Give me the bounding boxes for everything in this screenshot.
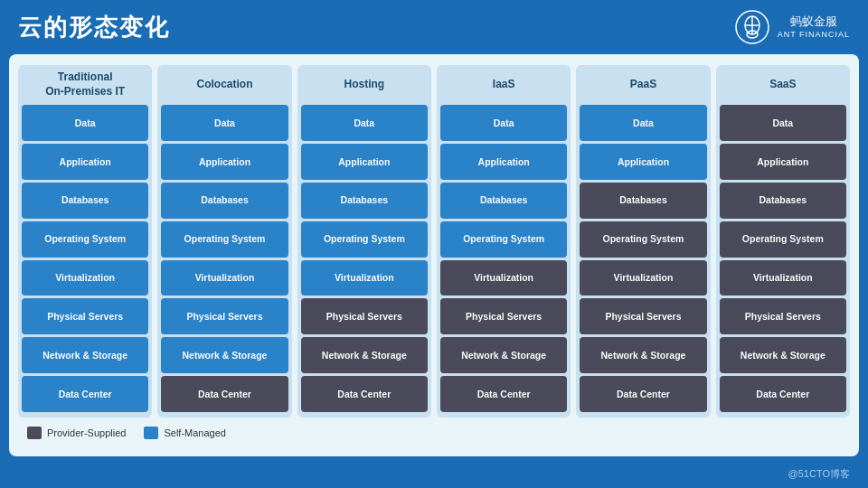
column-2: HostingDataApplicationDatabasesOperating… xyxy=(297,65,431,418)
column-title-4: PaaS xyxy=(580,70,706,99)
footer-attribution: @51CTO博客 xyxy=(788,467,850,481)
cell-1-2: Databases xyxy=(161,183,288,219)
rows-container-4: DataApplicationDatabasesOperating System… xyxy=(580,105,706,412)
cell-1-1: Application xyxy=(161,144,288,180)
cell-5-0: Data xyxy=(720,105,846,141)
column-3: IaaSDataApplicationDatabasesOperating Sy… xyxy=(437,65,571,418)
rows-container-3: DataApplicationDatabasesOperating System… xyxy=(440,105,567,412)
legend-self: Self-Managed xyxy=(144,427,226,439)
columns-container: TraditionalOn-Premises ITDataApplication… xyxy=(18,65,850,418)
cell-2-6: Network & Storage xyxy=(301,337,428,373)
cell-3-5: Physical Servers xyxy=(440,298,567,334)
cell-0-6: Network & Storage xyxy=(22,337,148,373)
cell-5-6: Network & Storage xyxy=(720,337,846,373)
column-1: ColocationDataApplicationDatabasesOperat… xyxy=(157,65,291,418)
column-4: PaaSDataApplicationDatabasesOperating Sy… xyxy=(576,65,710,418)
logo-text: 蚂蚁金服 ANT FINANCIAL xyxy=(778,14,850,41)
cell-4-6: Network & Storage xyxy=(580,337,706,373)
main-content: TraditionalOn-Premises ITDataApplication… xyxy=(9,54,859,456)
column-0: TraditionalOn-Premises ITDataApplication… xyxy=(18,65,152,418)
ant-financial-icon xyxy=(734,9,770,45)
column-title-5: SaaS xyxy=(720,70,846,99)
rows-container-1: DataApplicationDatabasesOperating System… xyxy=(161,105,288,412)
cell-4-3: Operating System xyxy=(580,221,706,258)
cell-5-7: Data Center xyxy=(720,376,846,412)
cell-5-5: Physical Servers xyxy=(720,298,846,334)
cell-4-1: Application xyxy=(580,144,706,180)
cell-4-2: Databases xyxy=(580,183,706,219)
cell-2-0: Data xyxy=(301,105,428,141)
cell-0-7: Data Center xyxy=(22,376,148,412)
cell-1-4: Virtualization xyxy=(161,260,288,296)
cell-3-4: Virtualization xyxy=(440,260,567,296)
cell-5-2: Databases xyxy=(720,183,846,219)
cell-1-3: Operating System xyxy=(161,221,288,258)
legend-provider-label: Provider-Supplied xyxy=(47,427,126,438)
cell-5-4: Virtualization xyxy=(720,260,846,296)
cell-4-0: Data xyxy=(580,105,706,141)
legend-provider: Provider-Supplied xyxy=(27,427,126,439)
cell-4-4: Virtualization xyxy=(580,260,706,296)
column-title-1: Colocation xyxy=(161,70,288,99)
legend: Provider-Supplied Self-Managed xyxy=(18,421,850,445)
cell-2-2: Databases xyxy=(301,183,428,219)
column-5: SaaSDataApplicationDatabasesOperating Sy… xyxy=(716,65,850,418)
cell-3-0: Data xyxy=(440,105,567,141)
column-title-0: TraditionalOn-Premises IT xyxy=(22,70,148,99)
cell-2-7: Data Center xyxy=(301,376,428,412)
cell-4-5: Physical Servers xyxy=(580,298,706,334)
cell-1-5: Physical Servers xyxy=(161,298,288,334)
cell-0-2: Databases xyxy=(22,183,148,219)
cell-1-7: Data Center xyxy=(161,376,288,412)
logo-area: 蚂蚁金服 ANT FINANCIAL xyxy=(734,9,850,45)
cell-1-0: Data xyxy=(161,105,288,141)
cell-3-3: Operating System xyxy=(440,221,567,258)
cell-0-0: Data xyxy=(22,105,148,141)
cell-2-4: Virtualization xyxy=(301,260,428,296)
legend-blue-box xyxy=(144,427,158,439)
cell-3-7: Data Center xyxy=(440,376,567,412)
page-title: 云的形态变化 xyxy=(18,12,170,43)
cell-0-4: Virtualization xyxy=(22,260,148,296)
rows-container-2: DataApplicationDatabasesOperating System… xyxy=(301,105,428,412)
legend-self-label: Self-Managed xyxy=(164,427,226,438)
rows-container-0: DataApplicationDatabasesOperating System… xyxy=(22,105,148,412)
cell-1-6: Network & Storage xyxy=(161,337,288,373)
cell-0-3: Operating System xyxy=(22,221,148,258)
cell-3-6: Network & Storage xyxy=(440,337,567,373)
cell-3-1: Application xyxy=(440,144,567,180)
cell-4-7: Data Center xyxy=(580,376,706,412)
cell-2-3: Operating System xyxy=(301,221,428,258)
column-title-2: Hosting xyxy=(301,70,428,99)
cell-0-1: Application xyxy=(22,144,148,180)
cell-0-5: Physical Servers xyxy=(22,298,148,334)
rows-container-5: DataApplicationDatabasesOperating System… xyxy=(720,105,846,412)
cell-3-2: Databases xyxy=(440,183,567,219)
legend-dark-box xyxy=(27,427,42,439)
column-title-3: IaaS xyxy=(440,70,567,99)
header: 云的形态变化 蚂蚁金服 ANT FINANCIAL xyxy=(0,0,868,54)
cell-5-1: Application xyxy=(720,144,846,180)
cell-2-1: Application xyxy=(301,144,428,180)
cell-2-5: Physical Servers xyxy=(301,298,428,334)
cell-5-3: Operating System xyxy=(720,221,846,258)
